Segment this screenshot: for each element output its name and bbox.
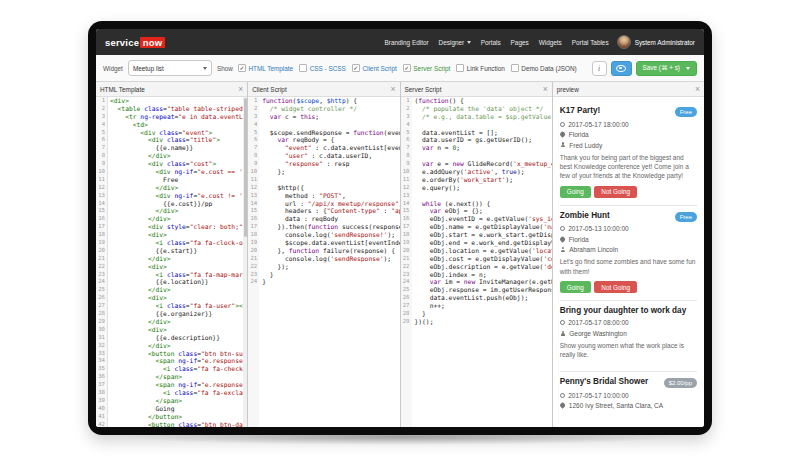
- going-button[interactable]: Going: [560, 186, 591, 198]
- code-text: {{e.description}}: [107, 334, 247, 342]
- nav-item-branding-editor[interactable]: Branding Editor: [385, 39, 429, 46]
- code-editor[interactable]: 1(function() {2 /* populate the 'data' o…: [401, 97, 552, 427]
- line-number: 9: [96, 160, 107, 168]
- nav-item-pages[interactable]: Pages: [511, 39, 529, 46]
- line-number: 14: [401, 200, 412, 208]
- code-text: var im = new InviteManager(e.getUniqueVa…: [412, 278, 552, 286]
- line-number: 17: [96, 223, 107, 231]
- marker-icon: [559, 131, 565, 137]
- close-icon[interactable]: ×: [391, 85, 396, 93]
- code-line: 22 <div>: [96, 263, 247, 271]
- line-number: 8: [96, 152, 107, 160]
- panel-title: Server Script: [405, 86, 442, 93]
- close-icon[interactable]: ×: [695, 85, 700, 93]
- code-text: var c = this;: [259, 113, 399, 121]
- toggle-client-script[interactable]: ✓Client Script: [352, 64, 397, 72]
- line-number: 28: [96, 310, 107, 318]
- code-line: 1function($scope, $http) {: [248, 97, 399, 105]
- code-text: console.log('sendResponse!');: [259, 231, 399, 239]
- widget-select[interactable]: Meetup list: [128, 60, 212, 76]
- line-number: 12: [248, 184, 259, 192]
- not-going-button[interactable]: Not Going: [594, 281, 637, 293]
- code-line: 22 eObj.description = e.getValue('descri…: [401, 263, 552, 271]
- not-going-button[interactable]: Not Going: [594, 186, 637, 198]
- event-description: Show young women what the work place is …: [560, 341, 697, 360]
- toggle-css-scss[interactable]: CSS - SCSS: [299, 64, 346, 72]
- panel-header: HTML Template×: [96, 82, 247, 97]
- line-number: 40: [96, 405, 107, 413]
- close-icon[interactable]: ×: [238, 85, 243, 93]
- code-line: 9 "response" : resp: [248, 160, 399, 168]
- close-icon[interactable]: ×: [543, 85, 548, 93]
- event-meta: Abraham Lincoln: [560, 246, 697, 253]
- code-line: 23 }: [248, 271, 399, 279]
- code-text: var reqBody = {: [259, 136, 399, 144]
- code-text: </div>: [107, 207, 247, 215]
- line-number: 14: [248, 200, 259, 208]
- line-number: 2: [401, 105, 412, 113]
- event-title: K17 Party!: [560, 106, 671, 115]
- code-text: [412, 192, 552, 200]
- code-line: 38 <i class="fa fa-exclamation"></i>: [96, 389, 247, 397]
- line-number: 28: [401, 310, 412, 318]
- preview-toggle-button[interactable]: [611, 61, 632, 76]
- widget-select-value: Meetup list: [133, 65, 164, 72]
- code-line: 4 <td>: [96, 121, 247, 129]
- code-text: };: [259, 168, 399, 176]
- code-text: var n = 0;: [412, 144, 552, 152]
- panel-html-template: HTML Template×1<div>2 <table class="tabl…: [96, 82, 248, 427]
- code-text: </span>: [107, 397, 247, 405]
- save-button[interactable]: Save (⌘ + s): [636, 61, 697, 76]
- code-text: [259, 176, 399, 184]
- nav-item-portals[interactable]: Portals: [481, 39, 501, 46]
- code-text: {{e.organizer}}: [107, 310, 247, 318]
- toggle-html-template[interactable]: ✓HTML Template: [238, 64, 293, 72]
- code-line: 11: [248, 176, 399, 184]
- nav-item-widgets[interactable]: Widgets: [539, 39, 562, 46]
- user-icon: [560, 247, 566, 252]
- nav-user[interactable]: System Administrator: [617, 35, 695, 49]
- code-line: 25 </div>: [96, 286, 247, 294]
- line-number: 3: [401, 113, 412, 121]
- code-text: Going: [107, 405, 247, 413]
- going-button[interactable]: Going: [560, 281, 591, 293]
- toggle-demo-data-json[interactable]: Demo Data (JSON): [511, 64, 577, 72]
- code-line: 6 var reqBody = {: [248, 136, 399, 144]
- event-meta-text: George Washington: [569, 330, 627, 337]
- code-line: 15 var eObj = {};: [401, 207, 552, 215]
- line-number: 11: [401, 176, 412, 184]
- code-editor[interactable]: 1function($scope, $http) {2 /* widget co…: [248, 97, 399, 427]
- code-text: </div>: [107, 342, 247, 350]
- line-number: 10: [401, 168, 412, 176]
- toggle-server-script[interactable]: ✓Server Script: [403, 64, 450, 72]
- clock-icon: [560, 226, 565, 231]
- nav-item-label: Branding Editor: [385, 39, 429, 46]
- code-text: });: [259, 263, 399, 271]
- code-line: 2 <table class="table table-striped">: [96, 105, 247, 113]
- event-card: Penny's Bridal Shower$2.00/pp2017-05-17 …: [560, 372, 697, 420]
- nav-item-designer[interactable]: Designer: [439, 39, 471, 46]
- code-line: 5 $scope.sendResponse = function(eventIn…: [248, 129, 399, 137]
- servicenow-logo[interactable]: servicenow: [105, 37, 165, 48]
- line-number: 7: [96, 144, 107, 152]
- code-line: 35 <i class="fa fa-check"></i>: [96, 365, 247, 373]
- logo-text-service: service: [105, 37, 139, 48]
- event-meta-text: 2017-05-17 18:00:00: [568, 121, 628, 128]
- line-number: 19: [248, 239, 259, 247]
- info-button[interactable]: i: [592, 61, 607, 76]
- event-meta: 2017-05-13 10:00:00: [560, 225, 697, 232]
- scrollbar[interactable]: [243, 97, 247, 427]
- line-number: 23: [248, 271, 259, 279]
- logo-text-now: now: [140, 37, 165, 48]
- code-line: 16 eObj.eventID = e.getValue('sys_id');: [401, 215, 552, 223]
- code-text: <div>: [107, 263, 247, 271]
- line-number: 6: [401, 136, 412, 144]
- code-line: 20 eObj.location = e.getValue('location'…: [401, 247, 552, 255]
- code-editor[interactable]: 1<div>2 <table class="table table-stripe…: [96, 97, 247, 427]
- scrollbar-thumb[interactable]: [244, 98, 247, 237]
- code-line: 33 <button class="btn btn-success">: [96, 350, 247, 358]
- code-text: <span ng-if="e.response == 'none'">: [107, 381, 247, 389]
- nav-item-label: Pages: [511, 39, 529, 46]
- nav-item-portal-tables[interactable]: Portal Tables: [572, 39, 609, 46]
- toggle-link-function[interactable]: Link Function: [456, 64, 505, 72]
